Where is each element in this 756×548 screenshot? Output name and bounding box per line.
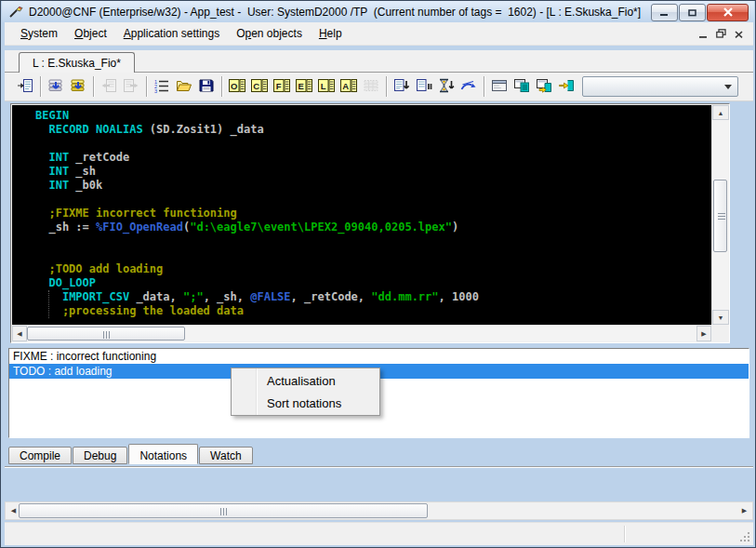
menu-system[interactable]: System [12,24,66,43]
letterlist-F-icon: F [273,78,290,96]
code-segment: ;TODO add loading [35,262,163,275]
mdi-restore-icon[interactable] [716,29,726,38]
code-segment: RECORD [48,123,88,136]
toolbar-separator [382,76,391,97]
restore-button[interactable] [679,4,706,21]
line-numbers-icon: 123 [153,78,170,96]
scroll-right-button[interactable]: ▶ [696,326,711,341]
detach-console-button[interactable] [533,75,555,98]
menu-application-settings[interactable]: Application settings [115,24,228,43]
menu-open-objects[interactable]: Open objects [228,24,311,43]
toolbar-separator [218,76,226,97]
letterlist-A-icon: A [340,78,357,96]
status-bar-divider [624,526,625,542]
code-segment: , _retCode, [291,290,372,303]
tab-notations[interactable]: Notations [128,444,198,464]
code-segment [35,123,48,136]
code-line-12: ;TODO add loading [35,262,711,276]
letterlist-O-button[interactable]: O [226,75,248,98]
thumb-grip [718,216,725,217]
window-controls [651,4,749,21]
sort-lines-button[interactable] [391,75,413,98]
compile-all-button[interactable] [67,75,89,98]
letterlist-O-icon: O [229,78,245,96]
toolbar-separator [89,76,98,97]
compile-icon [47,78,64,96]
code-segment: _sh := [35,221,96,234]
close-button[interactable] [707,4,749,21]
code-segment: _retCode [69,151,129,164]
horizontal-scroll-thumb[interactable] [19,503,428,518]
context-menu-item-sort-notations[interactable]: Sort notations [232,393,379,415]
doc-pause-icon [416,78,432,96]
editor-vertical-scrollbar[interactable]: ▲ ▼ [711,105,728,325]
code-segment: _b0k [69,179,102,192]
resize-grip-icon[interactable] [739,531,751,543]
line-numbers-button[interactable]: 123 [151,75,173,98]
exit-console-button[interactable] [555,75,577,98]
attach-console-button[interactable] [511,75,533,98]
minimize-button[interactable] [651,4,678,21]
object-combobox[interactable] [582,76,738,97]
code-segment: NOALIAS [96,123,143,136]
letterlist-E-button[interactable]: E [293,75,315,98]
notation-item[interactable]: FIXME : incorrect functioning [9,349,749,364]
doc-pause-button[interactable] [413,75,435,98]
minimize-icon [659,7,670,20]
bottom-tab-strip: CompileDebugNotationsWatch [8,443,254,464]
code-line-3 [35,137,711,151]
vertical-scroll-thumb[interactable] [713,180,727,252]
scroll-left-button[interactable]: ◀ [12,326,27,341]
open-icon [176,78,192,96]
menu-object[interactable]: Object [66,24,115,43]
code-editor[interactable]: BEGIN RECORD NOALIAS (SD.Zosit1) _data I… [12,105,711,325]
tab-watch[interactable]: Watch [199,447,253,464]
menu-help[interactable]: Help [311,24,351,43]
code-segment: BEGIN [35,109,69,122]
svg-text:3: 3 [154,87,157,93]
context-menu-item-actualisation[interactable]: Actualisation [232,370,379,393]
save-button[interactable] [195,75,218,98]
tab-compile[interactable]: Compile [8,447,72,464]
show-object-button[interactable] [14,75,36,98]
document-tab-label: L : E.Skuska_Fio* [33,57,121,70]
toolbar-separator [480,76,488,97]
prev-object-button [98,75,120,98]
hourglass-down-button[interactable] [435,75,458,98]
svg-text:O: O [231,80,237,90]
scroll-right-button[interactable]: ▶ [737,503,751,518]
dialog-button[interactable] [488,75,511,98]
thumb-grip [106,331,107,339]
code-line-15: ;processing the loaded data [35,304,711,318]
close-icon [723,7,734,20]
mdi-minimize-icon[interactable] [698,29,709,38]
next-object-icon [123,78,139,96]
title-bar[interactable]: D2000@CNF (Enterprise/w32) - App_test - … [2,1,754,22]
letterlist-C-button[interactable]: C [248,75,271,98]
menu-bar: SystemObjectApplication settingsOpen obj… [5,22,753,46]
code-line-2: RECORD NOALIAS (SD.Zosit1) _data [35,123,711,137]
compile-button[interactable] [45,75,67,98]
scroll-down-button[interactable]: ▼ [712,310,729,325]
open-button[interactable] [173,75,195,98]
separator-line [5,466,753,468]
window-horizontal-scrollbar[interactable]: ◀ ▶ [5,501,753,520]
code-segment: ";" [183,290,204,303]
horizontal-scroll-thumb[interactable] [27,327,185,341]
hourglass-down-icon [438,78,455,96]
menu-items: SystemObjectApplication settingsOpen obj… [12,24,351,43]
scroll-up-button[interactable]: ▲ [712,105,729,120]
goto-arrow-button[interactable] [458,75,480,98]
letterlist-F-button[interactable]: F [271,75,293,98]
prev-object-icon [100,78,117,96]
letterlist-L-button[interactable]: L [315,75,338,98]
document-tab[interactable]: L : E.Skuska_Fio* [19,52,135,73]
editor-horizontal-scrollbar[interactable]: ◀ ▶ [12,325,711,341]
svg-text:E: E [298,80,304,90]
indent-guide-line [48,290,49,318]
letterlist-A-button[interactable]: A [338,75,360,98]
mdi-close-icon[interactable] [734,29,744,38]
tab-debug[interactable]: Debug [73,447,127,464]
code-line-11 [35,248,711,262]
svg-text:L: L [321,80,326,90]
